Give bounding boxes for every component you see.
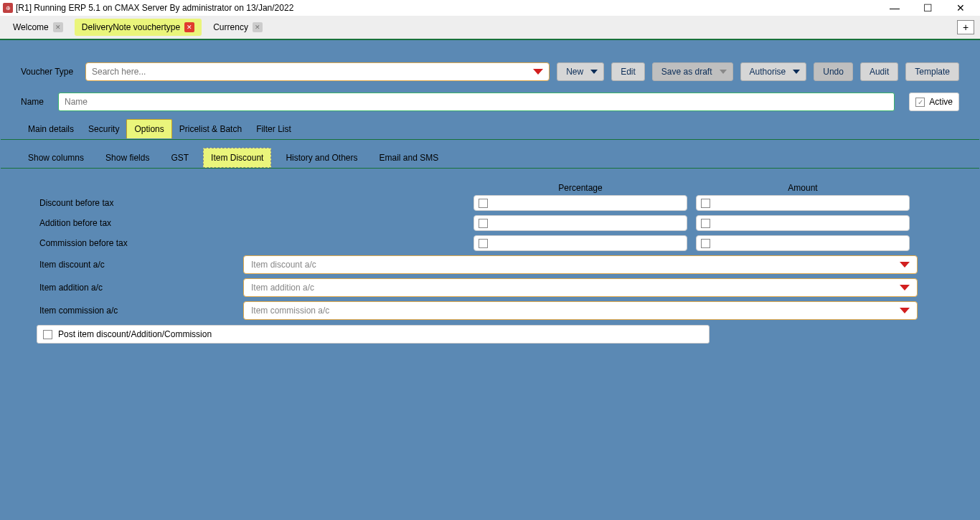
item-commission-ac-row: Item commission a/c Item commission a/c: [21, 299, 959, 322]
checkbox-icon: [479, 219, 488, 228]
window-title: [R1] Running ERP 5.1 on CMAX Server By a…: [16, 3, 293, 13]
tab-label: Welcome: [13, 22, 49, 32]
addition-percentage-checkbox[interactable]: [473, 215, 687, 231]
addition-before-tax-row: Addition before tax: [21, 213, 959, 233]
commission-amount-checkbox[interactable]: [696, 235, 910, 251]
name-row: Name ✓ Active: [1, 88, 979, 118]
chevron-down-icon[interactable]: [590, 70, 598, 74]
item-addition-ac-combo[interactable]: Item addition a/c: [243, 278, 918, 297]
combo-placeholder: Item commission a/c: [251, 306, 329, 316]
tab-pricelist-batch[interactable]: Pricelist & Batch: [172, 120, 249, 138]
checkbox-icon: [701, 239, 710, 248]
discount-percentage-checkbox[interactable]: [473, 195, 687, 211]
subtab-history-others[interactable]: History and Others: [278, 148, 364, 167]
window-controls: — ☐ ✕: [878, 0, 977, 16]
button-label: Authorise: [750, 67, 786, 77]
template-button[interactable]: Template: [905, 62, 959, 81]
checkbox-icon: [701, 199, 710, 208]
column-headers: Percentage Amount: [469, 183, 959, 193]
app-icon: ⊕: [3, 3, 13, 13]
checkbox-icon: [479, 199, 488, 208]
chevron-down-icon[interactable]: [900, 262, 910, 268]
search-input[interactable]: [92, 67, 533, 77]
subtab-show-columns[interactable]: Show columns: [21, 148, 91, 167]
name-label: Name: [21, 97, 44, 107]
tab-label: Currency: [213, 22, 248, 32]
button-label: Audit: [870, 67, 889, 77]
chevron-down-icon[interactable]: [793, 70, 800, 74]
commission-before-tax-row: Commission before tax: [21, 233, 959, 253]
tab-deliverynote-vouchertype[interactable]: DeliveryNote vouchertype ✕: [75, 19, 202, 36]
post-item-row[interactable]: Post item discount/Addition/Commission: [37, 325, 710, 344]
amount-header: Amount: [692, 183, 914, 193]
minimize-button[interactable]: —: [878, 0, 911, 16]
tab-currency[interactable]: Currency ✕: [206, 19, 270, 36]
subtab-gst[interactable]: GST: [164, 148, 196, 167]
discount-amount-checkbox[interactable]: [696, 195, 910, 211]
subtab-email-sms[interactable]: Email and SMS: [372, 148, 446, 167]
tab-main-details[interactable]: Main details: [21, 120, 81, 138]
active-checkbox-container[interactable]: ✓ Active: [909, 93, 959, 111]
sub-tabs: Show columns Show fields GST Item Discou…: [1, 147, 979, 169]
tab-options[interactable]: Options: [126, 119, 171, 138]
tab-filter-list[interactable]: Filter List: [249, 120, 298, 138]
voucher-type-label: Voucher Type: [21, 67, 78, 77]
chevron-down-icon[interactable]: [720, 70, 727, 74]
percentage-header: Percentage: [469, 183, 692, 193]
item-addition-ac-row: Item addition a/c Item addition a/c: [21, 276, 959, 299]
voucher-type-search[interactable]: [85, 62, 550, 81]
authorise-button[interactable]: Authorise: [740, 62, 807, 81]
subtab-show-fields[interactable]: Show fields: [98, 148, 156, 167]
button-label: Undo: [823, 67, 844, 77]
item-commission-ac-combo[interactable]: Item commission a/c: [243, 301, 918, 320]
chevron-down-icon[interactable]: [533, 69, 543, 75]
item-discount-ac-combo[interactable]: Item discount a/c: [243, 255, 918, 274]
row-label: Discount before tax: [21, 198, 222, 208]
combo-placeholder: Item addition a/c: [251, 283, 314, 293]
button-label: Edit: [621, 67, 636, 77]
checkbox-icon: [479, 239, 488, 248]
chevron-down-icon[interactable]: [900, 308, 910, 313]
new-button[interactable]: New: [557, 62, 604, 81]
row-label: Item discount a/c: [21, 260, 243, 270]
close-icon[interactable]: ✕: [184, 22, 194, 32]
checkbox-icon: [701, 219, 710, 228]
plus-icon: +: [963, 22, 969, 33]
tab-label: DeliveryNote vouchertype: [82, 22, 180, 32]
subtab-item-discount[interactable]: Item Discount: [203, 148, 271, 168]
name-input[interactable]: [58, 93, 895, 111]
content-area: Voucher Type New Edit Save as draft Auth…: [0, 40, 980, 359]
addition-amount-checkbox[interactable]: [696, 215, 910, 231]
titlebar: ⊕ [R1] Running ERP 5.1 on CMAX Server By…: [0, 0, 980, 16]
tabs-bar: Welcome ✕ DeliveryNote vouchertype ✕ Cur…: [0, 16, 980, 40]
audit-button[interactable]: Audit: [860, 62, 898, 81]
maximize-button[interactable]: ☐: [911, 0, 944, 16]
commission-percentage-checkbox[interactable]: [473, 235, 687, 251]
row-label: Commission before tax: [21, 238, 222, 248]
new-tab-button[interactable]: +: [957, 20, 974, 34]
form-area: Percentage Amount Discount before tax Ad…: [1, 169, 979, 358]
discount-before-tax-row: Discount before tax: [21, 193, 959, 213]
row-label: Item commission a/c: [21, 306, 243, 316]
main-tabs: Main details Security Options Pricelist …: [1, 118, 979, 140]
active-checkbox[interactable]: ✓: [915, 98, 925, 107]
post-checkbox[interactable]: [43, 330, 52, 339]
button-label: Save as draft: [661, 67, 712, 77]
close-icon[interactable]: ✕: [53, 22, 63, 32]
button-label: Template: [915, 67, 950, 77]
chevron-down-icon[interactable]: [900, 285, 910, 290]
row-label: Addition before tax: [21, 218, 222, 228]
tab-security[interactable]: Security: [81, 120, 126, 138]
edit-button[interactable]: Edit: [611, 62, 645, 81]
close-button[interactable]: ✕: [944, 0, 977, 16]
button-label: New: [566, 67, 583, 77]
row-label: Item addition a/c: [21, 283, 243, 293]
save-as-draft-button[interactable]: Save as draft: [652, 62, 733, 81]
action-row: Voucher Type New Edit Save as draft Auth…: [1, 41, 979, 88]
tab-welcome[interactable]: Welcome ✕: [6, 19, 70, 36]
combo-placeholder: Item discount a/c: [251, 260, 316, 270]
close-icon[interactable]: ✕: [253, 22, 263, 32]
undo-button[interactable]: Undo: [814, 62, 853, 81]
post-label: Post item discount/Addition/Commission: [58, 329, 212, 339]
active-label: Active: [929, 97, 953, 107]
